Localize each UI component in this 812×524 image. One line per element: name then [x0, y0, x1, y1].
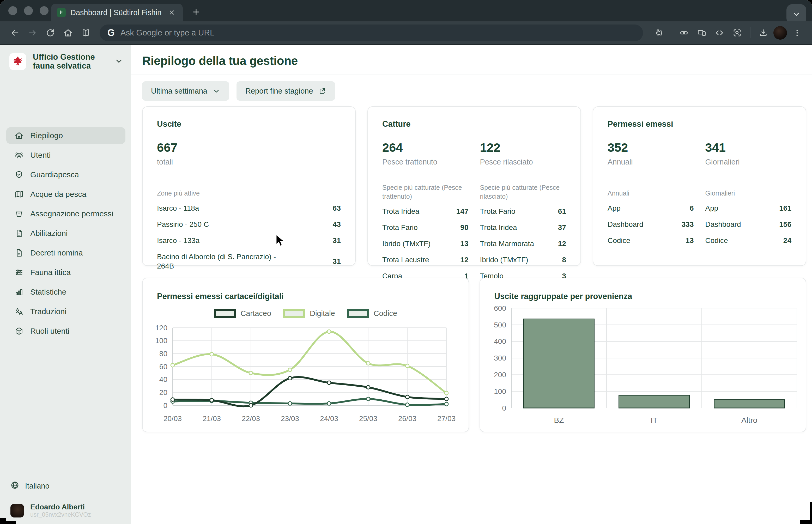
profile-avatar[interactable] [774, 26, 787, 39]
sidebar-item-label: Assegnazione permessi [30, 209, 113, 218]
stat-row-value: 43 [333, 220, 341, 229]
stat-row-label: App [607, 203, 621, 213]
catture-trattenuto-list: Trota Iridea147Trota Fario90Ibrido (TMxT… [382, 203, 469, 284]
svg-text:500: 500 [494, 321, 506, 329]
sidebar-item-guardiapesca[interactable]: Guardiapesca [6, 166, 126, 183]
browser-window: Dashboard | Südtirol Fishing [0, 0, 812, 524]
stat-row: Dashboard333 [607, 216, 694, 232]
bar-chart-icon [15, 288, 23, 296]
sidebar-item-statistiche[interactable]: Statistiche [6, 284, 126, 300]
sidebar-item-ruoli-utenti[interactable]: Ruoli utenti [6, 323, 126, 340]
menu-kebab-icon[interactable] [790, 25, 805, 40]
sliders-icon [15, 268, 23, 277]
period-dropdown[interactable]: Ultima settimana [142, 81, 229, 101]
site-favicon-icon [57, 8, 66, 17]
stat-row: Passirio - 250 C43 [157, 216, 341, 232]
svg-text:BZ: BZ [554, 416, 564, 424]
permessi-giornalieri-col: 341 Giornalieri Giornalieri App161Dashbo… [705, 129, 792, 249]
reload-icon[interactable] [43, 25, 58, 40]
stat-row-value: 31 [333, 236, 341, 245]
browser-tab[interactable]: Dashboard | Südtirol Fishing [51, 4, 183, 21]
catture-trattenuto-total: 264 [382, 140, 469, 154]
tray-icon [15, 209, 23, 218]
stat-row-label: Trota Fario [480, 207, 516, 216]
card-permessi: Permessi emessi 352 Annuali Annuali App6… [593, 107, 806, 266]
report-button[interactable]: Report fine stagione [237, 81, 335, 101]
svg-text:Altro: Altro [741, 416, 757, 424]
sidebar-item-abilitazioni[interactable]: Abilitazioni [6, 225, 126, 242]
address-bar[interactable]: G Ask Google or type a URL [100, 24, 643, 41]
legend-swatch [214, 309, 236, 318]
sidebar-footer: Italiano Edoardo Alberti usr_05nvx2vneKC… [11, 481, 125, 518]
stat-row: Dashboard156 [705, 216, 792, 232]
map-icon [15, 190, 23, 199]
stat-row-label: Codice [705, 236, 728, 245]
user-menu[interactable]: Edoardo Alberti usr_05nvx2vneKCVOz [11, 503, 125, 518]
devices-icon[interactable] [694, 25, 709, 40]
sidebar-item-utenti[interactable]: Utenti [6, 147, 126, 163]
sidebar-item-label: Guardiapesca [30, 170, 79, 179]
back-icon[interactable] [7, 25, 22, 40]
stat-row: Isarco - 133a31 [157, 232, 341, 249]
legend-label: Codice [374, 309, 397, 318]
list-title: Annuali [607, 189, 694, 198]
stat-row-label: Passirio - 250 C [157, 220, 209, 229]
download-icon[interactable] [756, 25, 771, 40]
sidebar-item-riepilogo[interactable]: Riepilogo [6, 127, 126, 144]
svg-text:100: 100 [494, 388, 506, 395]
forward-icon[interactable] [25, 25, 40, 40]
permessi-annuali-list: App6Dashboard333Codice13 [607, 200, 694, 249]
extensions-icon[interactable] [650, 25, 665, 40]
chevron-down-icon [114, 56, 123, 66]
bar-chart-card: Uscite raggruppate per provenienza 01002… [480, 278, 807, 432]
org-switcher[interactable]: Ufficio Gestione fauna selvatica [10, 53, 123, 70]
stat-row-label: Dashboard [607, 220, 643, 229]
svg-text:22/03: 22/03 [242, 414, 260, 423]
stat-row-value: 24 [783, 236, 791, 245]
svg-text:200: 200 [494, 371, 506, 379]
stat-row: Ibrido (TMxTF)13 [382, 236, 469, 252]
code-icon[interactable] [712, 25, 727, 40]
svg-text:27/03: 27/03 [437, 414, 456, 423]
sidebar-item-assegnazione-permessi[interactable]: Assegnazione permessi [6, 206, 126, 222]
svg-text:26/03: 26/03 [398, 414, 417, 423]
list-title: Zone più attive [157, 189, 341, 198]
uscite-zones-list: Isarco - 118a63Passirio - 250 C43Isarco … [157, 200, 341, 291]
line-chart: 02040608010012020/0321/0322/0323/0324/03… [143, 323, 470, 432]
home-icon[interactable] [61, 25, 76, 40]
uscite-total: 667 [157, 140, 341, 154]
sidebar-item-acque-da-pesca[interactable]: Acque da pesca [6, 186, 126, 202]
lens-icon[interactable] [730, 25, 745, 40]
sidebar-item-fauna-ittica[interactable]: Fauna ittica [6, 264, 126, 281]
sidebar-item-decreti-nomina[interactable]: Decreti nomina [6, 245, 126, 261]
stat-row-label: Trota Iridea [382, 207, 419, 216]
catture-trattenuto-label: Pesce trattenuto [382, 158, 469, 166]
tab-search-button[interactable] [786, 4, 806, 24]
charts-row: Permessi emessi cartacei/digitali Cartac… [142, 278, 806, 432]
user-name: Edoardo Alberti [30, 503, 91, 511]
maximize-window-button[interactable] [39, 6, 49, 15]
sidebar-item-label: Ruoli utenti [30, 327, 69, 335]
close-window-button[interactable] [9, 6, 17, 15]
stat-row-label: Dashboard [705, 220, 741, 229]
sidebar-item-label: Riepilogo [30, 131, 63, 140]
stat-row-value: 12 [558, 240, 566, 248]
minimize-window-button[interactable] [24, 6, 33, 15]
reading-list-icon[interactable] [78, 25, 93, 40]
stat-row: Trota Iridea147 [382, 203, 469, 219]
stat-row: Ibrido (TMxTF)8 [480, 252, 566, 268]
stat-row: Trota Fario90 [382, 219, 469, 236]
sidebar-item-label: Utenti [30, 151, 51, 160]
stat-row-label: Codice [607, 236, 630, 245]
sidebar-item-label: Statistiche [30, 288, 66, 296]
stat-row-value: 13 [460, 240, 468, 248]
stat-row: Bacino di Alborelo (di S. Pancrazio) - 2… [157, 249, 341, 274]
new-tab-button[interactable] [189, 5, 203, 19]
language-switcher[interactable]: Italiano [11, 481, 125, 491]
link-icon[interactable] [677, 25, 692, 40]
svg-text:80: 80 [159, 349, 167, 358]
tab-close-icon[interactable] [167, 7, 177, 18]
chart-title: Permessi emessi cartacei/digitali [157, 292, 284, 301]
list-title: Giornalieri [705, 189, 792, 198]
sidebar-item-traduzioni[interactable]: Traduzioni [6, 303, 126, 320]
